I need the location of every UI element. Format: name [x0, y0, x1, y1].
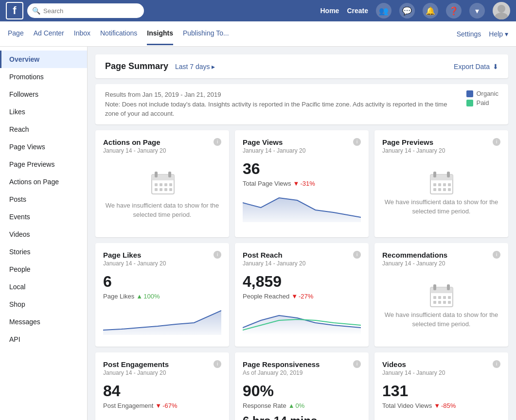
sidebar-item-followers[interactable]: Followers: [0, 86, 87, 103]
info-icon[interactable]: i: [353, 138, 361, 146]
facebook-logo[interactable]: f: [6, 2, 23, 19]
sidebar-item-overview[interactable]: Overview: [0, 51, 87, 68]
card-title: Post Reach: [243, 251, 305, 259]
svg-rect-16: [433, 172, 436, 177]
svg-rect-25: [448, 188, 451, 191]
info-icon[interactable]: i: [353, 360, 361, 368]
top-nav-right: Home Create 👥 💬 🔔 ❓ ▾: [320, 2, 511, 19]
sidebar-item-reach[interactable]: Reach: [0, 121, 87, 138]
account-menu-btn[interactable]: ▾: [469, 3, 485, 18]
calendar-icon: [151, 170, 174, 195]
response-rate-label: Response Rate ▲0%: [243, 402, 361, 409]
page-nav-insights[interactable]: Insights: [147, 22, 173, 45]
sidebar-item-api[interactable]: API: [0, 331, 87, 348]
card-header: Page Likes January 14 - January 20 i: [103, 251, 221, 273]
mini-chart: [103, 306, 221, 335]
sidebar-item-stories[interactable]: Stories: [0, 243, 87, 261]
card-header: Recommendations January 14 - January 20 …: [382, 251, 500, 273]
people-icon-btn[interactable]: 👥: [376, 3, 391, 18]
card-date: January 14 - January 20: [382, 260, 447, 267]
svg-rect-18: [433, 183, 436, 186]
mini-chart: [382, 415, 500, 420]
sidebar-item-page-previews[interactable]: Page Previews: [0, 156, 87, 173]
bell-icon-btn[interactable]: 🔔: [423, 3, 438, 18]
search-icon: 🔍: [32, 7, 40, 15]
page-nav-page[interactable]: Page: [8, 22, 24, 45]
date-range-btn[interactable]: Last 7 days ▸: [175, 63, 215, 70]
svg-rect-7: [160, 183, 162, 186]
card-label: Post Engagement ▼-67%: [103, 402, 221, 409]
response-time-value: 6 hrs 14 mins: [243, 414, 361, 420]
sidebar-item-likes[interactable]: Likes: [0, 103, 87, 121]
calendar-icon: [429, 170, 454, 197]
svg-rect-34: [433, 301, 436, 304]
legend-organic: Organic: [466, 90, 498, 97]
sidebar-item-actions-on-page[interactable]: Actions on Page: [0, 173, 87, 191]
sidebar-item-messages[interactable]: Messages: [0, 313, 87, 331]
sidebar-item-local[interactable]: Local: [0, 278, 87, 296]
help-icon-btn[interactable]: ❓: [446, 3, 462, 18]
card-label: People Reached ▼-27%: [243, 293, 361, 300]
svg-rect-6: [155, 183, 158, 186]
top-search-bar[interactable]: 🔍: [27, 3, 144, 18]
avatar[interactable]: [493, 2, 510, 19]
summary-header: Page Summary Last 7 days ▸ Export Data ⬇: [95, 54, 508, 78]
info-icon[interactable]: i: [214, 251, 221, 259]
card-header: Page Responsiveness As of January 20, 20…: [243, 360, 361, 382]
response-rate-value: 90%: [243, 382, 361, 400]
settings-link[interactable]: Settings: [457, 30, 481, 38]
messenger-icon-btn[interactable]: 💬: [399, 3, 415, 18]
search-input[interactable]: [43, 7, 139, 15]
svg-rect-13: [169, 188, 172, 191]
sidebar-item-posts[interactable]: Posts: [0, 191, 87, 208]
card-label: Page Likes ▲100%: [103, 293, 221, 300]
svg-rect-24: [443, 188, 446, 191]
page-navigation: Page Ad Center Inbox Notifications Insig…: [0, 21, 516, 47]
svg-rect-17: [447, 172, 450, 177]
page-nav-adcenter[interactable]: Ad Center: [34, 22, 64, 45]
summary-title-area: Page Summary Last 7 days ▸: [105, 61, 215, 71]
card-value: 36: [243, 160, 361, 178]
info-bar-text: Results from Jan 15, 2019 - Jan 21, 2019…: [105, 90, 457, 119]
page-nav-notifications[interactable]: Notifications: [100, 22, 137, 45]
card-date: January 14 - January 20: [382, 147, 445, 154]
card-date: January 14 - January 20: [103, 147, 166, 154]
insufficient-text: We have insufficient data to show for th…: [382, 310, 500, 329]
card-header: Actions on Page January 14 - January 20 …: [103, 138, 221, 160]
help-link[interactable]: Help ▾: [489, 30, 508, 38]
svg-point-0: [498, 5, 505, 13]
card-title: Page Responsiveness: [243, 360, 320, 368]
card-post-reach: Post Reach January 14 - January 20 i 4,8…: [235, 243, 369, 347]
create-link[interactable]: Create: [347, 7, 368, 15]
info-icon[interactable]: i: [353, 251, 361, 259]
card-page-likes: Page Likes January 14 - January 20 i 6 P…: [95, 243, 229, 347]
info-icon[interactable]: i: [493, 360, 500, 368]
info-icon[interactable]: i: [493, 138, 500, 146]
sidebar-item-events[interactable]: Events: [0, 208, 87, 226]
svg-rect-12: [164, 188, 167, 191]
card-title: Actions on Page: [103, 138, 166, 146]
sidebar-item-promotions[interactable]: Promotions: [0, 68, 87, 86]
card-title: Page Views: [243, 138, 305, 146]
page-nav-right: Settings Help ▾: [457, 30, 508, 38]
change-indicator: ▼-31%: [293, 180, 315, 187]
card-value: 4,859: [243, 273, 361, 291]
card-date: January 14 - January 20: [103, 369, 169, 376]
card-header: Post Engagements January 14 - January 20…: [103, 360, 221, 382]
card-actions-on-page: Actions on Page January 14 - January 20 …: [95, 130, 229, 237]
cards-grid: Actions on Page January 14 - January 20 …: [95, 130, 508, 420]
sidebar-item-shop[interactable]: Shop: [0, 296, 87, 313]
info-icon[interactable]: i: [493, 251, 500, 259]
page-nav-inbox[interactable]: Inbox: [74, 22, 90, 45]
info-icon[interactable]: i: [214, 360, 221, 368]
sidebar-item-page-views[interactable]: Page Views: [0, 138, 87, 156]
sidebar-item-people[interactable]: People: [0, 261, 87, 278]
insufficient-data: We have insufficient data to show for th…: [103, 160, 221, 229]
summary-title: Page Summary: [105, 61, 168, 71]
sidebar-item-videos[interactable]: Videos: [0, 226, 87, 243]
export-data-btn[interactable]: Export Data ⬇: [454, 63, 498, 70]
svg-rect-36: [443, 301, 446, 304]
home-link[interactable]: Home: [320, 7, 339, 15]
info-icon[interactable]: i: [214, 138, 221, 146]
page-nav-publishing[interactable]: Publishing To...: [183, 22, 229, 45]
